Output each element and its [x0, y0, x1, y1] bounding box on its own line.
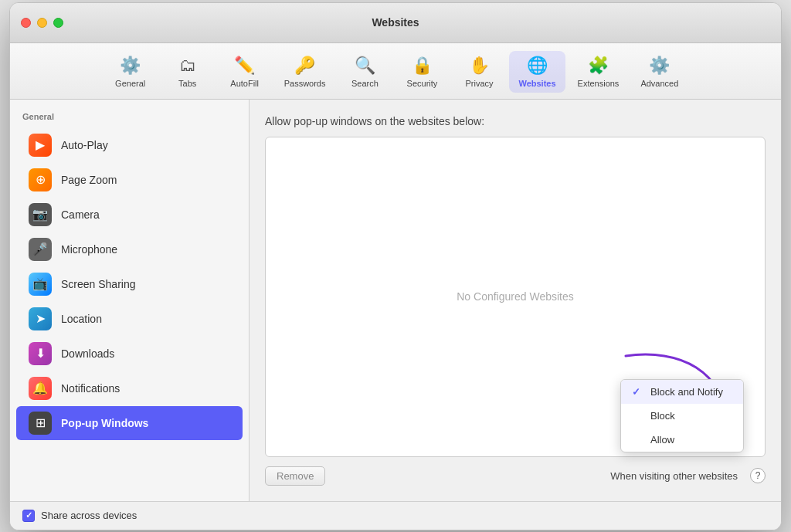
remove-button[interactable]: Remove	[265, 466, 325, 486]
sidebar-item-location[interactable]: ➤ Location	[16, 302, 243, 336]
popup-icon: ⊞	[29, 412, 52, 435]
privacy-icon: ✋	[469, 56, 490, 76]
maximize-button[interactable]	[53, 18, 63, 28]
share-label: Share across devices	[41, 510, 137, 521]
empty-label: No Configured Websites	[457, 290, 573, 303]
content-area: General ▶ Auto-Play ⊕ Page Zoom 📷 Camera…	[10, 100, 781, 501]
dropdown-item-block[interactable]: Block	[621, 404, 743, 428]
dropdown-item-allow[interactable]: Allow	[621, 428, 743, 452]
main-title: Allow pop-up windows on the websites bel…	[265, 115, 766, 127]
auto-play-icon: ▶	[29, 134, 52, 157]
toolbar-label-general: General	[115, 79, 145, 88]
checkmark-icon: ✓	[632, 386, 644, 398]
passwords-icon: 🔑	[294, 56, 315, 76]
toolbar-item-search[interactable]: 🔍 Search	[338, 51, 392, 93]
sidebar-label-page-zoom: Page Zoom	[61, 174, 117, 186]
toolbar-item-passwords[interactable]: 🔑 Passwords	[275, 51, 335, 93]
toolbar-item-advanced[interactable]: ⚙️ Advanced	[631, 51, 687, 93]
sidebar-label-notifications: Notifications	[61, 382, 120, 395]
sidebar-section-general: General	[10, 109, 249, 127]
toolbar-item-extensions[interactable]: 🧩 Extensions	[569, 51, 629, 93]
sidebar-label-screen-sharing: Screen Sharing	[61, 278, 136, 290]
gear-icon: ⚙️	[120, 56, 141, 76]
toolbar-item-autofill[interactable]: ✏️ AutoFill	[218, 51, 272, 93]
when-visiting-label: When visiting other websites	[610, 470, 738, 482]
sidebar-label-location: Location	[61, 313, 102, 325]
camera-icon: 📷	[29, 203, 52, 226]
toolbar-label-autofill: AutoFill	[230, 79, 259, 88]
minimize-button[interactable]	[37, 18, 47, 28]
toolbar-label-websites: Websites	[518, 79, 555, 88]
footer: ✓ Share across devices	[10, 501, 781, 530]
sidebar-label-microphone: Microphone	[61, 243, 117, 256]
close-button[interactable]	[21, 18, 31, 28]
toolbar-item-websites[interactable]: 🌐 Websites	[509, 51, 565, 93]
block-and-notify-label: Block and Notify	[650, 386, 723, 398]
sidebar-label-pop-up-windows: Pop-up Windows	[61, 417, 148, 429]
toolbar-label-security: Security	[407, 79, 438, 88]
sidebar-item-page-zoom[interactable]: ⊕ Page Zoom	[16, 163, 243, 197]
sidebar-label-auto-play: Auto-Play	[61, 139, 108, 151]
bottom-bar: Remove When visiting other websites ✓ Bl…	[265, 466, 766, 486]
tabs-icon: 🗂	[179, 56, 196, 76]
page-zoom-icon: ⊕	[29, 168, 52, 191]
share-checkbox[interactable]: ✓	[22, 510, 35, 522]
window-title: Websites	[372, 16, 419, 29]
toolbar-label-search: Search	[351, 79, 379, 88]
toolbar-label-privacy: Privacy	[465, 79, 493, 88]
checkbox-check-icon: ✓	[25, 510, 32, 520]
preferences-window: Websites ⚙️ General 🗂 Tabs ✏️ AutoFill 🔑…	[9, 2, 782, 530]
dropdown-menu: ✓ Block and Notify Block Allow	[620, 379, 744, 452]
toolbar-label-advanced: Advanced	[640, 79, 678, 88]
allow-label: Allow	[650, 434, 674, 446]
toolbar-item-general[interactable]: ⚙️ General	[104, 51, 158, 93]
toolbar-item-security[interactable]: 🔒 Security	[395, 51, 449, 93]
sidebar-item-downloads[interactable]: ⬇ Downloads	[16, 337, 243, 371]
extensions-icon: 🧩	[588, 56, 609, 76]
toolbar-label-passwords: Passwords	[284, 79, 326, 88]
sidebar-item-camera[interactable]: 📷 Camera	[16, 198, 243, 232]
toolbar-label-tabs: Tabs	[178, 79, 196, 88]
sidebar-item-screen-sharing[interactable]: 📺 Screen Sharing	[16, 267, 243, 301]
search-icon: 🔍	[355, 56, 375, 76]
websites-icon: 🌐	[527, 56, 548, 76]
security-icon: 🔒	[412, 56, 433, 76]
sidebar-item-auto-play[interactable]: ▶ Auto-Play	[16, 128, 243, 162]
sidebar-item-microphone[interactable]: 🎤 Microphone	[16, 232, 243, 266]
autofill-icon: ✏️	[234, 56, 255, 76]
toolbar-label-extensions: Extensions	[578, 79, 620, 88]
microphone-icon: 🎤	[29, 238, 52, 261]
sidebar: General ▶ Auto-Play ⊕ Page Zoom 📷 Camera…	[10, 100, 250, 501]
help-button[interactable]: ?	[750, 468, 766, 483]
toolbar-item-tabs[interactable]: 🗂 Tabs	[161, 51, 215, 93]
sidebar-label-camera: Camera	[61, 208, 100, 221]
toolbar: ⚙️ General 🗂 Tabs ✏️ AutoFill 🔑 Password…	[10, 43, 781, 100]
notifications-icon: 🔔	[29, 377, 52, 400]
toolbar-item-privacy[interactable]: ✋ Privacy	[452, 51, 506, 93]
block-label: Block	[650, 410, 675, 422]
traffic-lights	[21, 18, 63, 28]
sidebar-item-pop-up-windows[interactable]: ⊞ Pop-up Windows	[16, 406, 243, 440]
screen-sharing-icon: 📺	[29, 273, 52, 296]
titlebar: Websites	[10, 3, 781, 43]
advanced-icon: ⚙️	[649, 56, 670, 76]
sidebar-item-notifications[interactable]: 🔔 Notifications	[16, 371, 243, 405]
main-panel: Allow pop-up windows on the websites bel…	[250, 100, 781, 501]
downloads-icon: ⬇	[29, 342, 52, 365]
sidebar-label-downloads: Downloads	[61, 347, 114, 360]
dropdown-item-block-and-notify[interactable]: ✓ Block and Notify	[621, 380, 743, 404]
location-icon: ➤	[29, 307, 52, 330]
